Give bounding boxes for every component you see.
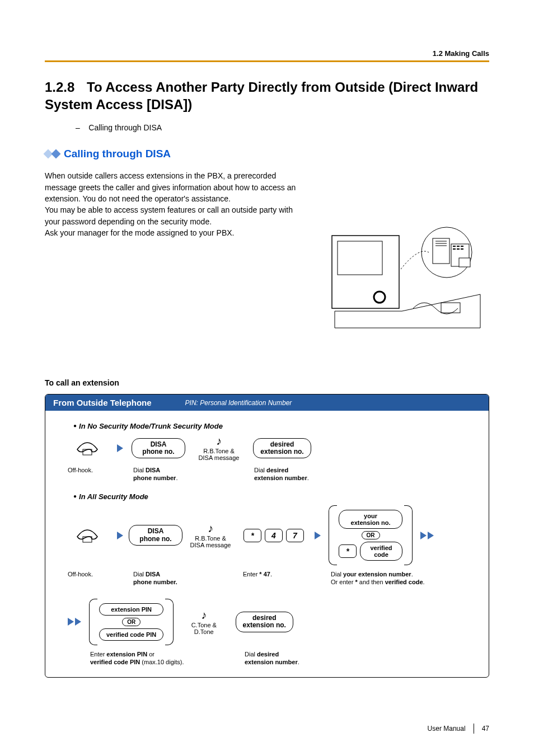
- header-breadcrumb: 1.2 Making Calls: [433, 49, 489, 58]
- paragraph-3: Ask your manager for the mode assigned t…: [45, 228, 235, 237]
- or-pill: OR: [362, 531, 380, 539]
- disa-phone-box: DISA phone no.: [132, 438, 185, 458]
- pin-group: extension PIN OR verified code PIN: [91, 599, 171, 645]
- double-arrow-icon: [420, 532, 434, 539]
- ext-or-verified-group: your extension no. OR * verified code: [331, 505, 410, 565]
- svg-rect-1: [338, 241, 382, 275]
- arrow-icon: [117, 532, 123, 539]
- enter-47-caption: Enter * 47.: [243, 571, 305, 586]
- svg-point-2: [374, 292, 385, 303]
- mode2-row2: extension PIN OR verified code PIN ♪ C.T…: [68, 599, 477, 645]
- extension-pin-box: extension PIN: [99, 603, 163, 616]
- header-rule: [45, 60, 489, 62]
- svg-rect-13: [453, 248, 456, 250]
- paragraph-2: You may be able to access system feature…: [45, 205, 293, 226]
- key-7: 7: [286, 529, 304, 542]
- toc-bullet: – Calling through DISA: [76, 123, 489, 132]
- svg-rect-17: [83, 449, 92, 455]
- disa-illustration: [329, 218, 486, 331]
- svg-rect-15: [461, 248, 463, 250]
- svg-rect-18: [83, 537, 92, 542]
- paragraph: When outside callers access extensions i…: [45, 170, 308, 238]
- tone-icon: ♪: [208, 522, 213, 535]
- paragraph-1: When outside callers access extensions i…: [45, 171, 296, 203]
- tone-icon: ♪: [216, 435, 222, 448]
- offhook-caption: Off-hook.: [68, 571, 107, 586]
- section-number: 1.2.8: [45, 78, 87, 96]
- mode1-row: DISA phone no. ♪ R.B.Tone & DISA message…: [68, 435, 477, 461]
- dial-disa-caption: Dial DISAphone number.: [133, 571, 178, 586]
- desired-ext-box: desired extension no.: [236, 612, 293, 632]
- tone-label: R.B.Tone & DISA message: [199, 448, 240, 461]
- tone-label: C.Tone & D.Tone: [191, 622, 217, 635]
- section-title-text: To Access Another Party Directly from Ou…: [45, 79, 478, 112]
- svg-rect-10: [453, 246, 456, 247]
- verified-code-pin-box: verified code PIN: [99, 628, 163, 641]
- keypad-sequence: * 4 7: [243, 529, 304, 542]
- disa-phone-box: DISA phone no.: [129, 525, 182, 545]
- svg-rect-12: [461, 246, 463, 247]
- svg-rect-16: [459, 258, 470, 267]
- phone-icon: [75, 438, 100, 458]
- tone-label: R.B.Tone & DISA message: [190, 535, 231, 548]
- flow-title-left: From Outside Telephone: [53, 398, 152, 407]
- mode2-row1: DISA phone no. ♪ R.B.Tone & DISA message…: [68, 505, 477, 565]
- tone-icon: ♪: [201, 609, 207, 622]
- arrow-icon: [117, 444, 123, 452]
- dial-disa-caption: Dial DISAphone number.: [133, 467, 184, 482]
- flow-titlebar: From Outside Telephone PIN: Personal Ide…: [45, 395, 489, 411]
- key-star: *: [243, 529, 261, 542]
- dial-ext-or-verified-caption: Dial your extension number. Or enter * a…: [331, 571, 443, 586]
- your-ext-box: your extension no.: [339, 510, 402, 529]
- key-4: 4: [265, 529, 283, 542]
- dial-desired-caption: Dial desiredextension number.: [245, 651, 317, 666]
- footer-manual: User Manual: [428, 725, 466, 732]
- desired-ext-box: desired extension no.: [253, 438, 311, 458]
- verified-code-box: verified code: [360, 542, 402, 561]
- svg-rect-14: [457, 248, 460, 250]
- or-pill: OR: [122, 618, 140, 626]
- offhook-caption: Off-hook.: [68, 467, 107, 482]
- svg-rect-11: [457, 246, 460, 247]
- footer-divider: [474, 724, 474, 734]
- svg-rect-0: [332, 236, 399, 308]
- svg-point-4: [421, 227, 472, 278]
- subheading: Calling through DISA: [64, 148, 171, 160]
- mode1-label: In No Security Mode/Trunk Security Mode: [73, 422, 477, 430]
- mode2-label: In All Security Mode: [73, 492, 477, 501]
- procedure-label: To call an extension: [45, 378, 489, 387]
- key-star: *: [339, 544, 357, 558]
- flow-diagram: From Outside Telephone PIN: Personal Ide…: [45, 394, 489, 678]
- toc-bullet-text: Calling through DISA: [88, 123, 162, 132]
- svg-rect-3: [441, 303, 460, 313]
- flow-title-right: PIN: Personal Identification Number: [185, 399, 292, 407]
- dial-ext-caption: Dial desiredextension number.: [254, 467, 327, 482]
- phone-icon: [75, 525, 100, 546]
- arrow-icon: [315, 532, 321, 539]
- subheading-icon: [45, 151, 60, 157]
- double-arrow-icon: [68, 618, 81, 626]
- section-title: 1.2.8 To Access Another Party Directly f…: [45, 78, 489, 113]
- enter-pin-caption: Enter extension PIN or verified code PIN…: [90, 651, 202, 666]
- footer-page: 47: [482, 725, 489, 732]
- page-footer: User Manual 47: [428, 724, 489, 734]
